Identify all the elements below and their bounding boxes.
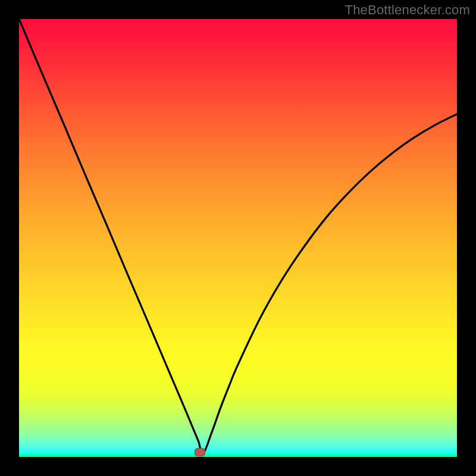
watermark-label: TheBottlenecker.com — [345, 2, 470, 18]
chart-stage: TheBottlenecker.com — [0, 0, 476, 476]
plot-area — [19, 19, 457, 457]
optimal-point-marker — [195, 448, 205, 456]
curve-svg — [19, 19, 457, 457]
bottleneck-curve — [19, 19, 457, 454]
